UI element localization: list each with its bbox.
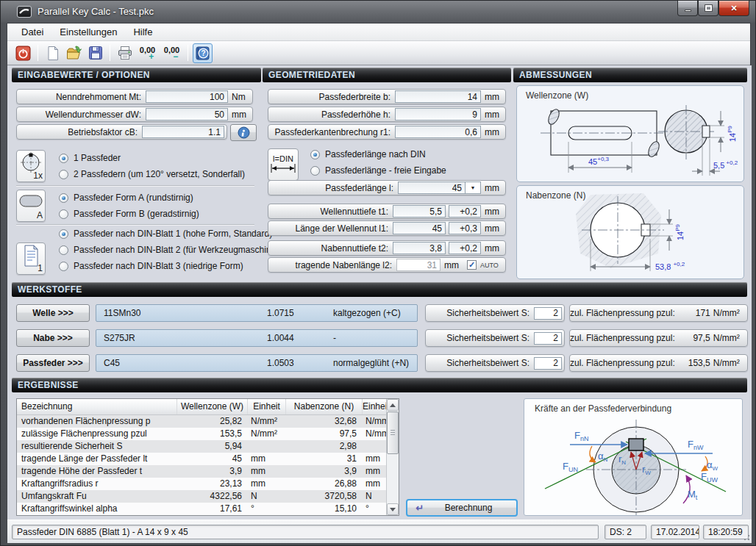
col-bezeichnung: Bezeichnung (17, 399, 177, 414)
radio-icon[interactable] (59, 229, 68, 239)
table-row: tragende Höhe der Passfeder t3,9mm3,9mm (17, 465, 399, 478)
shaft-groove-depth-unit: mm (481, 206, 503, 217)
exit-button[interactable] (13, 43, 33, 63)
radio-icon[interactable] (59, 262, 68, 271)
geometry-section-header: GEOMETRIEDATEN (263, 68, 511, 82)
open-file-button[interactable] (64, 43, 84, 63)
torque-row: Nenndrehmoment Mt: 100 Nm (16, 89, 253, 104)
shaft-diameter-input[interactable]: 50 (146, 108, 228, 121)
increase-decimals-button[interactable]: 0,00 + (136, 43, 159, 63)
key-height-unit: mm (481, 109, 503, 120)
help-button[interactable]: ? (193, 43, 213, 63)
option-one-key[interactable]: 1 Passfeder (59, 152, 121, 164)
decrease-decimals-button[interactable]: 0,00 − (160, 43, 183, 63)
key-length-input[interactable]: 45 (398, 182, 466, 194)
shaft-zone-label: Wellenzone (W) (526, 90, 588, 101)
option-din-blatt-1[interactable]: Passfeder nach DIN-Blatt 1 (hohe Form, S… (59, 228, 272, 240)
radio-icon[interactable] (59, 154, 68, 163)
scrollbar-thumb[interactable] (387, 412, 399, 454)
table-row: Kraftangriffswinkel alpha17,61°15,10° (17, 503, 399, 515)
app-window: Parallel Key Calc - Test.pkc ✕ Datei Ein… (0, 0, 756, 546)
app-icon (17, 6, 32, 18)
scroll-down-button[interactable] (387, 503, 399, 515)
safety-label: Sicherheitsbeiwert S: (426, 308, 534, 318)
key-width-input[interactable]: 14 (395, 90, 481, 103)
maximize-button[interactable] (698, 1, 718, 16)
print-icon (117, 46, 133, 60)
option-length-free[interactable]: Passfederlänge - freie Eingabe (310, 165, 446, 176)
option-two-keys[interactable]: 2 Passfedern (um 120° versetzt, Sonderfa… (59, 168, 245, 180)
option-din-blatt-3[interactable]: Passfeder nach DIN-Blatt 3 (niedrige For… (59, 260, 243, 272)
materials-section-header: WERKSTOFFE (12, 282, 747, 297)
torque-input[interactable]: 100 (146, 90, 228, 103)
pressure-unit: N/mm² (713, 358, 745, 368)
key-length-dropdown[interactable]: ▼ (466, 182, 481, 194)
key-height-row: Passfederhöhe h: 9 mm (268, 107, 506, 122)
pressure-label: zul. Flächenpressung pzul: (570, 308, 680, 318)
option-label: Passfeder nach DIN-Blatt 2 (für Werkzeug… (74, 245, 284, 255)
shaft-groove-depth-input[interactable]: 5,5 (393, 205, 446, 218)
hub-pressure-value: 97,5 (680, 332, 713, 345)
shaft-safety-input[interactable]: 2 (534, 307, 562, 320)
key-chamfer-input[interactable]: 0,6 (395, 126, 481, 138)
resize-grip[interactable] (741, 532, 750, 541)
close-button[interactable]: ✕ (718, 1, 749, 16)
info-button[interactable] (230, 124, 257, 141)
radio-icon[interactable] (59, 209, 68, 219)
service-factor-input[interactable]: 1.1 (142, 126, 224, 138)
radio-icon[interactable] (310, 166, 320, 176)
key-chamfer-row: Passfederkantenbrechung r1: 0,6 mm (268, 124, 506, 140)
scroll-up-button[interactable] (387, 399, 399, 411)
key-height-input[interactable]: 9 (395, 108, 481, 121)
key-form-icon-label: A (37, 210, 43, 220)
menu-einstellungen[interactable]: Einstellungen (51, 24, 125, 40)
key-material-button[interactable]: Passfeder >>> (16, 354, 90, 372)
key-length-unit: mm (481, 183, 503, 193)
hub-groove-depth-label: Nabennuttiefe t2: (268, 243, 393, 254)
option-din-blatt-2[interactable]: Passfeder nach DIN-Blatt 2 (für Werkzeug… (59, 244, 284, 256)
hub-safety-input[interactable]: 2 (534, 332, 562, 345)
option-form-a[interactable]: Passfeder Form A (rundstirnig) (59, 192, 193, 204)
toolbar: 0,00 + 0,00 − ? (7, 41, 750, 65)
auto-label: AUTO (477, 262, 503, 269)
shaft-material-button[interactable]: Welle >>> (16, 304, 90, 322)
menu-hilfe[interactable]: Hilfe (125, 24, 160, 40)
svg-text:14P9: 14P9 (674, 223, 685, 240)
save-icon (88, 46, 103, 60)
menu-datei[interactable]: Datei (13, 24, 51, 40)
hub-length-input[interactable]: 31 (396, 259, 441, 271)
window-body: Datei Einstellungen Hilfe (7, 23, 751, 542)
radio-icon[interactable] (59, 170, 68, 179)
key-height-label: Passfederhöhe h: (268, 109, 395, 120)
key-safety-input[interactable]: 2 (534, 357, 562, 370)
option-length-din[interactable]: Passfederlänge nach DIN (310, 148, 426, 160)
print-button[interactable] (115, 43, 135, 63)
radio-icon[interactable] (59, 245, 68, 255)
title-bar[interactable]: Parallel Key Calc - Test.pkc ✕ (1, 1, 755, 23)
option-form-b[interactable]: Passfeder Form B (geradstirnig) (59, 208, 199, 220)
minus-icon: − (173, 54, 179, 60)
calculate-button[interactable]: ↵ Berechnung (406, 499, 518, 517)
table-row: vorhandenen Flächenpressung p25,82N/mm²3… (17, 415, 399, 428)
shaft-groove-depth-row: Wellennuttiefe t1: 5,5 +0,2 mm (268, 204, 506, 219)
hub-groove-depth-input[interactable]: 3,8 (393, 242, 446, 254)
hub-groove-depth-tolerance: +0,2 (449, 242, 481, 254)
auto-checkbox[interactable]: ✓ (467, 260, 477, 270)
new-file-button[interactable] (43, 43, 63, 63)
save-button[interactable] (85, 43, 105, 63)
shaft-groove-length-input[interactable]: 45 (393, 222, 446, 234)
radio-icon[interactable] (310, 150, 320, 159)
svg-text:FnN: FnN (574, 430, 588, 442)
results-scrollbar[interactable] (386, 399, 399, 515)
radio-icon[interactable] (59, 193, 68, 203)
shaft-diameter-label: Wellendurchmesser dW: (17, 109, 146, 120)
material-number: 1.0715 (267, 308, 294, 318)
hub-material-bar: S275JR 1.0044 - (96, 329, 418, 347)
din-sheet-icon-label: 1 (38, 263, 43, 273)
results-table-header: Bezeichnung Wellenzone (W) Einheit Naben… (17, 399, 399, 415)
minimize-button[interactable] (677, 1, 698, 16)
material-name: C45 (104, 358, 120, 368)
hub-material-button[interactable]: Nabe >>> (16, 329, 90, 347)
key-chamfer-label: Passfederkantenbrechung r1: (268, 127, 395, 137)
forces-diagram-title: Kräfte an der Passfederverbindung (535, 403, 671, 414)
